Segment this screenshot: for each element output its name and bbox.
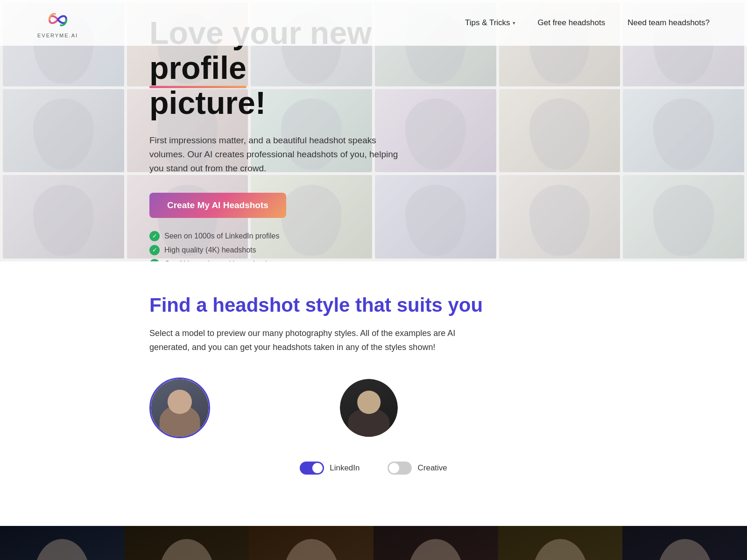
model-selector [149, 378, 598, 438]
hero-subtitle: First impressions matter, and a beautifu… [149, 133, 411, 176]
feature-list: ✓ Seen on 1000s of LinkedIn profiles ✓ H… [149, 231, 411, 261]
toggle-knob [389, 463, 399, 473]
feature-text-3: Our AI is moderated by caring humans [164, 260, 292, 261]
nav-links: Tips & Tricks ▾ Get free headshots Need … [465, 18, 710, 28]
creative-toggle[interactable] [388, 462, 412, 475]
thumb-3[interactable] [249, 526, 374, 560]
feature-item-1: ✓ Seen on 1000s of LinkedIn profiles [149, 231, 411, 241]
check-icon: ✓ [149, 245, 160, 255]
feature-text-1: Seen on 1000s of LinkedIn profiles [164, 232, 279, 240]
logo[interactable]: EVERYME.AI [37, 7, 78, 38]
female-avatar[interactable] [149, 378, 210, 438]
male-avatar[interactable] [338, 378, 399, 438]
thumb-2[interactable] [125, 526, 249, 560]
nav-get-free[interactable]: Get free headshots [538, 18, 606, 28]
logo-text: EVERYME.AI [37, 33, 78, 38]
feature-text-2: High quality (4K) headshots [164, 246, 256, 254]
feature-item-3: ✓ Our AI is moderated by caring humans [149, 259, 411, 261]
toggle-knob [312, 463, 323, 473]
toggle-row: LinkedIn Creative [149, 462, 598, 475]
toggle-linkedin-item: LinkedIn [300, 462, 359, 475]
style-section: Find a headshot style that suits you Sel… [0, 261, 747, 521]
check-icon: ✓ [149, 259, 160, 261]
nav-need-team[interactable]: Need team headshots? [627, 18, 710, 28]
male-avatar-image [340, 379, 398, 437]
thumb-6[interactable] [622, 526, 747, 560]
female-avatar-image [151, 379, 209, 437]
check-icon: ✓ [149, 231, 160, 241]
navigation: EVERYME.AI Tips & Tricks ▾ Get free head… [0, 0, 747, 46]
thumb-4[interactable] [374, 526, 498, 560]
nav-tips-tricks[interactable]: Tips & Tricks ▾ [465, 18, 515, 28]
chevron-down-icon: ▾ [513, 20, 515, 26]
linkedin-label: LinkedIn [330, 463, 359, 473]
thumb-5[interactable] [498, 526, 623, 560]
thumbnail-strip [0, 526, 747, 560]
thumb-1[interactable] [0, 526, 125, 560]
logo-icon [46, 7, 70, 32]
cta-button[interactable]: Create My AI Headshots [149, 193, 286, 218]
toggle-creative-item: Creative [388, 462, 447, 475]
linkedin-toggle[interactable] [300, 462, 324, 475]
hero-title-line2: picture! [149, 85, 266, 120]
creative-label: Creative [417, 463, 447, 473]
feature-item-2: ✓ High quality (4K) headshots [149, 245, 411, 255]
style-title: Find a headshot style that suits you [149, 294, 598, 316]
style-subtitle: Select a model to preview our many photo… [149, 327, 458, 354]
